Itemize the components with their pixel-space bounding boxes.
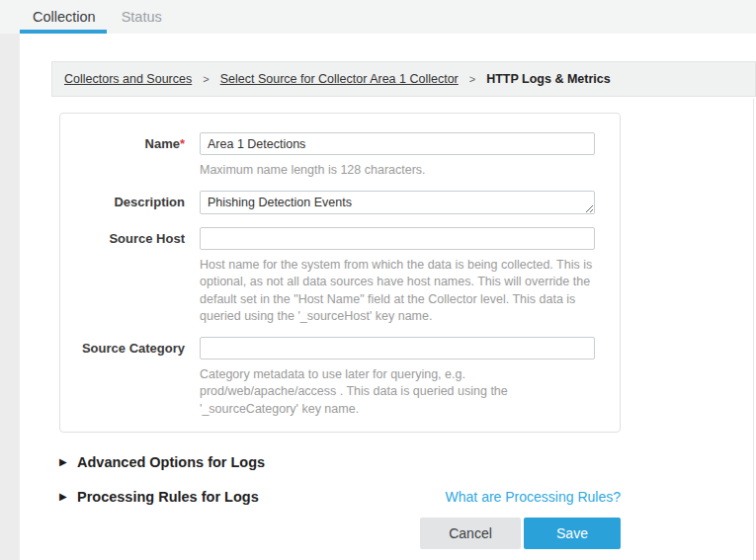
advanced-options-toggle[interactable]: ▶ Advanced Options for Logs [59, 453, 621, 471]
source-host-label: Source Host [60, 227, 185, 246]
expand-triangle-icon: ▶ [59, 453, 77, 471]
required-asterisk: * [180, 136, 185, 151]
source-config-form: Name* Maximum name length is 128 charact… [59, 113, 621, 433]
save-button[interactable]: Save [524, 518, 621, 549]
processing-rules-row: ▶ Processing Rules for Logs What are Pro… [59, 488, 621, 506]
breadcrumb: Collectors and Sources > Select Source f… [51, 61, 756, 97]
breadcrumb-current-page: HTTP Logs & Metrics [486, 72, 610, 86]
source-category-label: Source Category [60, 337, 185, 356]
collapsible-sections: ▶ Advanced Options for Logs ▶ Processing… [59, 453, 621, 506]
source-category-row: Source Category Category metadata to use… [60, 337, 620, 419]
source-category-input[interactable] [200, 337, 595, 360]
tab-strip: Collection Status [0, 0, 756, 34]
content-right-edge [753, 99, 754, 560]
tab-collection[interactable]: Collection [20, 2, 109, 32]
breadcrumb-collectors-and-sources[interactable]: Collectors and Sources [64, 72, 192, 86]
source-host-input[interactable] [200, 227, 595, 250]
name-label-text: Name [145, 136, 180, 151]
breadcrumb-separator-icon: > [469, 73, 475, 85]
name-row: Name* Maximum name length is 128 charact… [60, 132, 620, 191]
source-host-row: Source Host Host name for the system fro… [60, 227, 620, 337]
advanced-options-title: Advanced Options for Logs [77, 454, 265, 470]
description-label: Description [60, 191, 185, 209]
breadcrumb-select-source[interactable]: Select Source for Collector Area 1 Colle… [220, 72, 459, 86]
processing-rules-toggle[interactable]: ▶ Processing Rules for Logs [59, 488, 259, 506]
name-helper-text: Maximum name length is 128 characters. [200, 162, 595, 180]
source-category-helper-text: Category metadata to use later for query… [200, 366, 595, 419]
tab-status[interactable]: Status [109, 2, 175, 32]
what-are-processing-rules-link[interactable]: What are Processing Rules? [446, 489, 621, 505]
processing-rules-title: Processing Rules for Logs [77, 489, 259, 505]
form-actions: Cancel Save [59, 518, 621, 549]
content-panel: Collectors and Sources > Select Source f… [20, 34, 756, 560]
name-input[interactable] [200, 132, 595, 155]
source-host-helper-text: Host name for the system from which the … [200, 257, 595, 326]
expand-triangle-icon: ▶ [59, 488, 77, 506]
top-tab-bar: Collection Status [0, 0, 756, 34]
name-label: Name* [60, 132, 185, 151]
description-textarea[interactable]: Phishing Detection Events [200, 191, 595, 214]
cancel-button[interactable]: Cancel [420, 518, 521, 549]
description-row: Description Phishing Detection Events [60, 191, 620, 227]
breadcrumb-separator-icon: > [203, 73, 209, 85]
